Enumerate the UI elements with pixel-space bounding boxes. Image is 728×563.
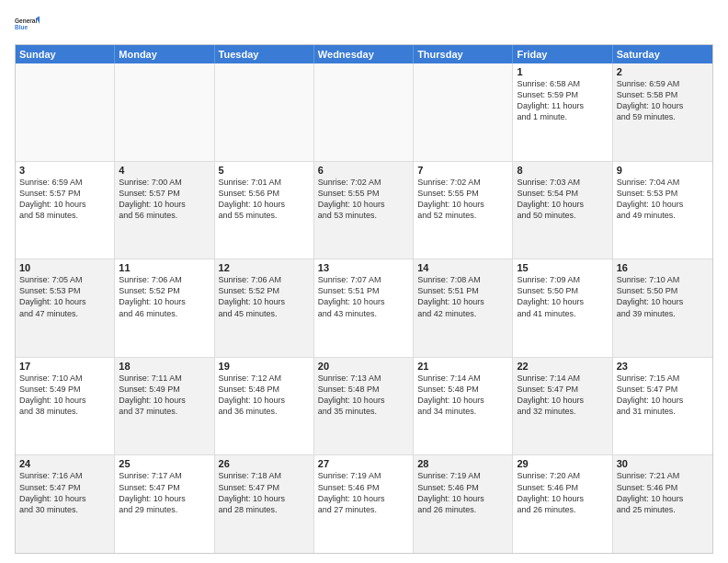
day-number: 28 xyxy=(417,458,508,469)
day-info: Sunrise: 7:18 AM Sunset: 5:47 PM Dayligh… xyxy=(219,470,310,515)
day-info: Sunrise: 7:05 AM Sunset: 5:53 PM Dayligh… xyxy=(19,274,110,319)
day-info: Sunrise: 7:02 AM Sunset: 5:55 PM Dayligh… xyxy=(318,177,409,222)
calendar-day-19: 19Sunrise: 7:12 AM Sunset: 5:48 PM Dayli… xyxy=(215,358,314,455)
day-number: 15 xyxy=(517,262,608,273)
day-info: Sunrise: 7:07 AM Sunset: 5:51 PM Dayligh… xyxy=(318,274,409,319)
day-info: Sunrise: 7:02 AM Sunset: 5:55 PM Dayligh… xyxy=(417,177,508,222)
calendar-day-11: 11Sunrise: 7:06 AM Sunset: 5:52 PM Dayli… xyxy=(115,259,214,357)
calendar-day-28: 28Sunrise: 7:19 AM Sunset: 5:46 PM Dayli… xyxy=(414,455,513,553)
day-number: 10 xyxy=(19,262,110,273)
day-number: 1 xyxy=(517,66,608,77)
weekday-header-tuesday: Tuesday xyxy=(215,45,314,63)
day-info: Sunrise: 7:08 AM Sunset: 5:51 PM Dayligh… xyxy=(417,274,508,319)
day-number: 18 xyxy=(119,361,210,372)
calendar-day-25: 25Sunrise: 7:17 AM Sunset: 5:47 PM Dayli… xyxy=(115,455,214,553)
page: GeneralBlue SundayMondayTuesdayWednesday… xyxy=(0,0,728,563)
day-number: 6 xyxy=(318,165,409,176)
calendar-day-10: 10Sunrise: 7:05 AM Sunset: 5:53 PM Dayli… xyxy=(16,259,115,357)
day-number: 8 xyxy=(517,165,608,176)
day-number: 14 xyxy=(417,262,508,273)
logo: GeneralBlue xyxy=(15,11,40,37)
day-number: 19 xyxy=(219,361,310,372)
day-info: Sunrise: 7:03 AM Sunset: 5:54 PM Dayligh… xyxy=(517,177,608,222)
calendar-day-30: 30Sunrise: 7:21 AM Sunset: 5:46 PM Dayli… xyxy=(613,455,712,553)
calendar-week-2: 3Sunrise: 6:59 AM Sunset: 5:57 PM Daylig… xyxy=(16,162,712,260)
day-number: 26 xyxy=(219,458,310,469)
calendar: SundayMondayTuesdayWednesdayThursdayFrid… xyxy=(15,44,713,554)
day-number: 4 xyxy=(119,165,210,176)
header: GeneralBlue xyxy=(15,11,713,37)
day-number: 7 xyxy=(417,165,508,176)
day-info: Sunrise: 7:19 AM Sunset: 5:46 PM Dayligh… xyxy=(318,470,409,515)
day-number: 29 xyxy=(517,458,608,469)
day-number: 5 xyxy=(219,165,310,176)
day-number: 9 xyxy=(617,165,709,176)
day-info: Sunrise: 7:17 AM Sunset: 5:47 PM Dayligh… xyxy=(119,470,210,515)
day-info: Sunrise: 7:19 AM Sunset: 5:46 PM Dayligh… xyxy=(417,470,508,515)
day-number: 22 xyxy=(517,361,608,372)
calendar-day-9: 9Sunrise: 7:04 AM Sunset: 5:53 PM Daylig… xyxy=(613,162,712,259)
day-info: Sunrise: 7:21 AM Sunset: 5:46 PM Dayligh… xyxy=(617,470,709,515)
day-number: 13 xyxy=(318,262,409,273)
calendar-empty xyxy=(414,63,513,161)
weekday-header-thursday: Thursday xyxy=(414,45,513,63)
day-info: Sunrise: 7:11 AM Sunset: 5:49 PM Dayligh… xyxy=(119,373,210,418)
day-number: 3 xyxy=(19,165,110,176)
day-number: 25 xyxy=(119,458,210,469)
logo-icon: GeneralBlue xyxy=(15,11,40,37)
day-info: Sunrise: 6:58 AM Sunset: 5:59 PM Dayligh… xyxy=(517,78,608,123)
calendar-day-6: 6Sunrise: 7:02 AM Sunset: 5:55 PM Daylig… xyxy=(314,162,414,259)
day-info: Sunrise: 7:20 AM Sunset: 5:46 PM Dayligh… xyxy=(517,470,608,515)
svg-text:General: General xyxy=(15,17,37,24)
calendar-day-26: 26Sunrise: 7:18 AM Sunset: 5:47 PM Dayli… xyxy=(215,455,314,553)
day-info: Sunrise: 7:13 AM Sunset: 5:48 PM Dayligh… xyxy=(318,373,409,418)
calendar-day-1: 1Sunrise: 6:58 AM Sunset: 5:59 PM Daylig… xyxy=(513,63,612,161)
day-info: Sunrise: 7:16 AM Sunset: 5:47 PM Dayligh… xyxy=(19,470,110,515)
day-number: 24 xyxy=(19,458,110,469)
calendar-day-17: 17Sunrise: 7:10 AM Sunset: 5:49 PM Dayli… xyxy=(16,358,115,455)
day-number: 17 xyxy=(19,361,110,372)
weekday-header-monday: Monday xyxy=(115,45,214,63)
day-info: Sunrise: 7:10 AM Sunset: 5:50 PM Dayligh… xyxy=(617,274,709,319)
day-info: Sunrise: 7:14 AM Sunset: 5:48 PM Dayligh… xyxy=(417,373,508,418)
calendar-empty xyxy=(314,63,414,161)
calendar-day-15: 15Sunrise: 7:09 AM Sunset: 5:50 PM Dayli… xyxy=(513,259,612,357)
day-number: 11 xyxy=(119,262,210,273)
day-number: 12 xyxy=(219,262,310,273)
calendar-day-7: 7Sunrise: 7:02 AM Sunset: 5:55 PM Daylig… xyxy=(414,162,513,259)
weekday-header-sunday: Sunday xyxy=(16,45,115,63)
day-info: Sunrise: 6:59 AM Sunset: 5:58 PM Dayligh… xyxy=(617,78,709,123)
day-info: Sunrise: 7:10 AM Sunset: 5:49 PM Dayligh… xyxy=(19,373,110,418)
svg-text:Blue: Blue xyxy=(15,24,28,30)
weekday-header-wednesday: Wednesday xyxy=(314,45,414,63)
day-number: 2 xyxy=(617,66,709,77)
calendar-day-2: 2Sunrise: 6:59 AM Sunset: 5:58 PM Daylig… xyxy=(613,63,712,161)
calendar-empty xyxy=(16,63,115,161)
calendar-day-13: 13Sunrise: 7:07 AM Sunset: 5:51 PM Dayli… xyxy=(314,259,414,357)
day-info: Sunrise: 7:06 AM Sunset: 5:52 PM Dayligh… xyxy=(119,274,210,319)
day-number: 23 xyxy=(617,361,709,372)
calendar-day-22: 22Sunrise: 7:14 AM Sunset: 5:47 PM Dayli… xyxy=(513,358,612,455)
calendar-day-20: 20Sunrise: 7:13 AM Sunset: 5:48 PM Dayli… xyxy=(314,358,414,455)
day-number: 16 xyxy=(617,262,709,273)
day-number: 30 xyxy=(617,458,709,469)
calendar-week-5: 24Sunrise: 7:16 AM Sunset: 5:47 PM Dayli… xyxy=(16,455,712,553)
calendar-day-5: 5Sunrise: 7:01 AM Sunset: 5:56 PM Daylig… xyxy=(215,162,314,259)
calendar-day-23: 23Sunrise: 7:15 AM Sunset: 5:47 PM Dayli… xyxy=(613,358,712,455)
day-info: Sunrise: 7:04 AM Sunset: 5:53 PM Dayligh… xyxy=(617,177,709,222)
calendar-day-18: 18Sunrise: 7:11 AM Sunset: 5:49 PM Dayli… xyxy=(115,358,214,455)
calendar-week-3: 10Sunrise: 7:05 AM Sunset: 5:53 PM Dayli… xyxy=(16,259,712,358)
calendar-empty xyxy=(215,63,314,161)
calendar-day-12: 12Sunrise: 7:06 AM Sunset: 5:52 PM Dayli… xyxy=(215,259,314,357)
day-info: Sunrise: 7:15 AM Sunset: 5:47 PM Dayligh… xyxy=(617,373,709,418)
calendar-day-21: 21Sunrise: 7:14 AM Sunset: 5:48 PM Dayli… xyxy=(414,358,513,455)
day-info: Sunrise: 7:00 AM Sunset: 5:57 PM Dayligh… xyxy=(119,177,210,222)
calendar-week-4: 17Sunrise: 7:10 AM Sunset: 5:49 PM Dayli… xyxy=(16,358,712,456)
calendar-day-27: 27Sunrise: 7:19 AM Sunset: 5:46 PM Dayli… xyxy=(314,455,414,553)
calendar-header: SundayMondayTuesdayWednesdayThursdayFrid… xyxy=(16,45,712,63)
day-info: Sunrise: 7:14 AM Sunset: 5:47 PM Dayligh… xyxy=(517,373,608,418)
calendar-body: 1Sunrise: 6:58 AM Sunset: 5:59 PM Daylig… xyxy=(16,63,712,553)
day-info: Sunrise: 6:59 AM Sunset: 5:57 PM Dayligh… xyxy=(19,177,110,222)
day-info: Sunrise: 7:12 AM Sunset: 5:48 PM Dayligh… xyxy=(219,373,310,418)
day-number: 20 xyxy=(318,361,409,372)
